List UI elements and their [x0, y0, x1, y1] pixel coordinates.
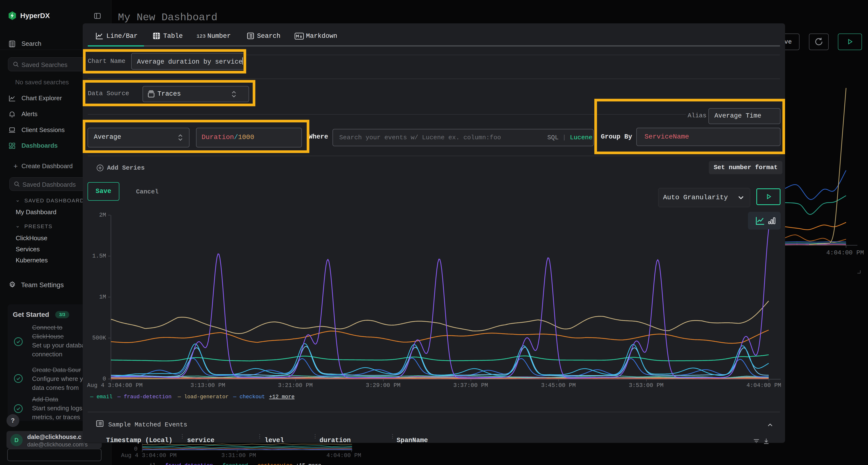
svg-text:?: ? — [11, 417, 15, 424]
